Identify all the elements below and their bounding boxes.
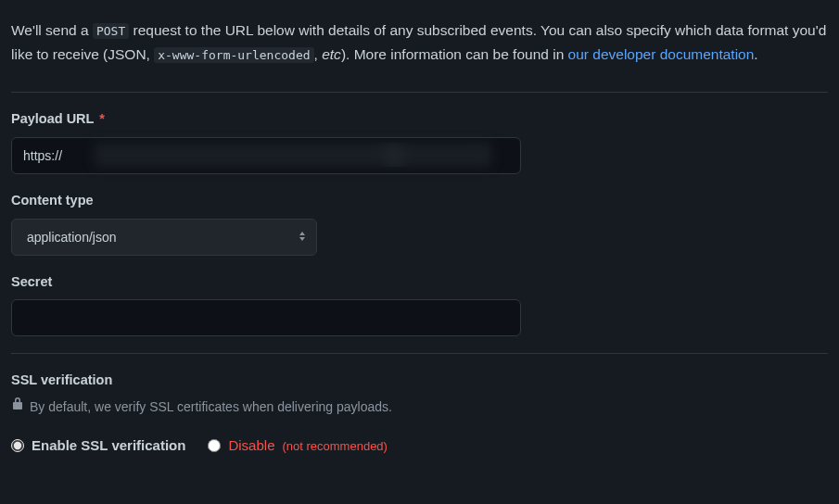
intro-mid3: ). More information can be found in <box>341 46 568 62</box>
intro-prefix: We'll send a <box>11 22 93 38</box>
ssl-disable-option[interactable]: Disable (not recommended) <box>208 435 387 457</box>
secret-label: Secret <box>11 272 828 293</box>
intro-suffix: . <box>754 46 757 62</box>
secret-input[interactable] <box>11 299 521 336</box>
ssl-enable-radio[interactable] <box>11 439 24 452</box>
ssl-heading: SSL verification <box>11 371 828 391</box>
intro-mid2: , <box>314 46 323 62</box>
intro-text: We'll send a POST request to the URL bel… <box>11 0 828 75</box>
ssl-disable-radio[interactable] <box>208 439 221 452</box>
lock-icon <box>11 397 24 417</box>
ssl-note: By default, we verify SSL certificates w… <box>11 397 828 417</box>
form-code: x-www-form-urlencoded <box>154 47 313 63</box>
payload-url-label-text: Payload URL <box>11 111 94 126</box>
intro-etc: etc <box>322 46 341 62</box>
ssl-section: SSL verification By default, we verify S… <box>11 371 828 456</box>
ssl-disable-note: (not recommended) <box>282 437 387 456</box>
payload-url-input[interactable] <box>11 137 521 174</box>
content-type-group: Content type application/json <box>11 191 828 256</box>
content-type-select[interactable]: application/json <box>11 219 317 256</box>
required-indicator: * <box>99 111 105 126</box>
ssl-radio-row: Enable SSL verification Disable (not rec… <box>11 435 828 457</box>
ssl-note-text: By default, we verify SSL certificates w… <box>30 397 392 417</box>
ssl-enable-label: Enable SSL verification <box>32 435 185 457</box>
payload-url-label: Payload URL * <box>11 109 828 130</box>
content-type-label: Content type <box>11 191 828 211</box>
ssl-disable-label: Disable <box>228 435 274 457</box>
divider-top <box>11 92 828 93</box>
divider-ssl <box>11 353 828 354</box>
secret-group: Secret <box>11 272 828 337</box>
developer-docs-link[interactable]: our developer documentation <box>568 46 755 62</box>
ssl-enable-option[interactable]: Enable SSL verification <box>11 435 185 457</box>
post-code: POST <box>93 23 129 39</box>
payload-url-group: Payload URL * <box>11 109 828 174</box>
